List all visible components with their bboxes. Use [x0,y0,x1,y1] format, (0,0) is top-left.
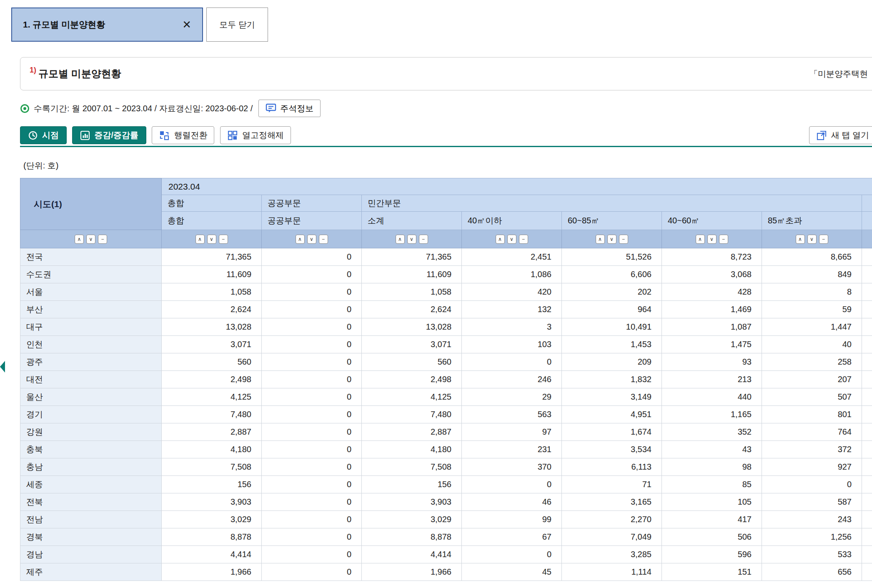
value-cell: 71 [562,476,662,493]
time-select-button[interactable]: 시점 [20,126,67,144]
value-cell: 67 [462,528,562,546]
sort-button-group: ∧∨− [195,235,228,244]
transpose-button[interactable]: 행렬전환 [152,126,214,144]
sort-cell-column: ∧∨− [762,230,862,248]
value-cell: 1,966 [162,563,262,581]
value-cell: 801 [762,406,862,423]
sort-remove-icon[interactable]: − [419,235,428,244]
value-cell: 3 [462,318,562,336]
sort-down-icon[interactable]: ∨ [307,235,316,244]
value-cell: 13,028 [362,318,462,336]
sort-down-icon[interactable]: ∨ [507,235,516,244]
value-cell: 764 [762,423,862,441]
header-row-period: 시도(1) 2023.04 [20,178,872,195]
bar-chart-icon [80,130,90,140]
sort-remove-icon[interactable]: − [719,235,728,244]
sort-remove-icon[interactable]: − [319,235,328,244]
value-cell: 207 [762,371,862,388]
value-cell: 372 [762,441,862,458]
value-cell: 71,365 [362,248,462,266]
sort-up-icon[interactable]: ∧ [396,235,405,244]
value-cell-cut [862,493,872,511]
value-cell-cut [862,546,872,563]
corner-header: 시도(1) [20,178,162,230]
value-cell: 132 [462,301,562,318]
value-cell: 560 [362,353,462,371]
sort-controls-row: ∧∨−∧∨−∧∨−∧∨−∧∨−∧∨−∧∨−∧∨− [20,230,872,248]
table-row: 경남4,41404,41403,285596533 [20,546,872,563]
sort-up-icon[interactable]: ∧ [696,235,705,244]
tab-close-icon[interactable]: ✕ [182,19,191,30]
open-new-tab-button[interactable]: 새 탭 열기 [809,126,872,144]
collapse-arrow-icon [0,361,5,373]
sort-down-icon[interactable]: ∨ [86,235,95,244]
title-box: 1) 규모별 미분양현황 「미분양주택현 [20,57,872,90]
table-row: 대구13,028013,028310,4911,0871,447 [20,318,872,336]
table-row: 충남7,50807,5083706,11398927 [20,458,872,476]
value-cell: 2,624 [162,301,262,318]
annotation-label: 주석정보 [280,103,313,114]
sort-up-icon[interactable]: ∧ [596,235,605,244]
value-cell: 71,365 [162,248,262,266]
sort-remove-icon[interactable]: − [519,235,528,244]
table-row: 충북4,18004,1802313,53443372 [20,441,872,458]
value-cell: 103 [462,336,562,353]
value-cell: 1,832 [562,371,662,388]
sort-up-icon[interactable]: ∧ [75,235,84,244]
table-row: 광주5600560020993258 [20,353,872,371]
sort-down-icon[interactable]: ∨ [707,235,717,244]
value-cell: 0 [262,441,362,458]
sort-remove-icon[interactable]: − [98,235,107,244]
table-row: 경기7,48007,4805634,9511,165801 [20,406,872,423]
new-tab-icon [816,130,827,141]
unit-label: (단위: 호) [23,160,58,171]
region-cell: 대구 [20,318,162,336]
value-cell: 1,058 [162,283,262,301]
sort-down-icon[interactable]: ∨ [807,235,817,244]
table-row: 강원2,88702,887971,674352764 [20,423,872,441]
sort-up-icon[interactable]: ∧ [296,235,305,244]
value-cell: 0 [462,546,562,563]
value-cell: 7,508 [162,458,262,476]
value-cell: 563 [462,406,562,423]
group-header: 총합 [162,195,262,212]
sort-down-icon[interactable]: ∨ [607,235,616,244]
change-rate-button[interactable]: 증감/증감률 [72,126,146,144]
annotation-button[interactable]: 주석정보 [258,100,321,117]
table-row: 울산4,12504,125293,149440507 [20,388,872,406]
tab-close-all[interactable]: 모두 닫기 [206,8,268,42]
sort-button-group: ∧∨− [75,235,107,244]
tab-active-report[interactable]: 1. 규모별 미분양현황 ✕ [11,8,203,42]
column-header: 소계 [362,212,462,230]
value-cell: 560 [162,353,262,371]
value-cell: 2,624 [362,301,462,318]
sort-remove-icon[interactable]: − [219,235,228,244]
sort-up-icon[interactable]: ∧ [496,235,505,244]
value-cell: 0 [262,476,362,493]
value-cell: 1,087 [662,318,762,336]
sort-up-icon[interactable]: ∧ [796,235,805,244]
value-cell: 40 [762,336,862,353]
sort-remove-icon[interactable]: − [619,235,628,244]
sidebar-collapse-handle[interactable] [0,359,6,374]
value-cell: 246 [462,371,562,388]
table-row: 제주1,96601,966451,114151656 [20,563,872,581]
value-cell: 7,480 [162,406,262,423]
value-cell: 0 [262,301,362,318]
value-cell: 1,165 [662,406,762,423]
value-cell: 29 [462,388,562,406]
value-cell: 1,114 [562,563,662,581]
unfreeze-columns-button[interactable]: 열고정해제 [220,126,291,144]
sort-remove-icon[interactable]: − [819,235,828,244]
sort-button-group: ∧∨− [396,235,428,244]
value-cell: 0 [262,423,362,441]
value-cell-cut [862,406,872,423]
unfreeze-columns-label: 열고정해제 [242,130,284,141]
sort-down-icon[interactable]: ∨ [207,235,216,244]
value-cell: 0 [262,371,362,388]
sort-down-icon[interactable]: ∨ [407,235,416,244]
column-header: 40~60㎡ [662,212,762,230]
sort-up-icon[interactable]: ∧ [195,235,205,244]
value-cell: 0 [462,353,562,371]
value-cell: 440 [662,388,762,406]
